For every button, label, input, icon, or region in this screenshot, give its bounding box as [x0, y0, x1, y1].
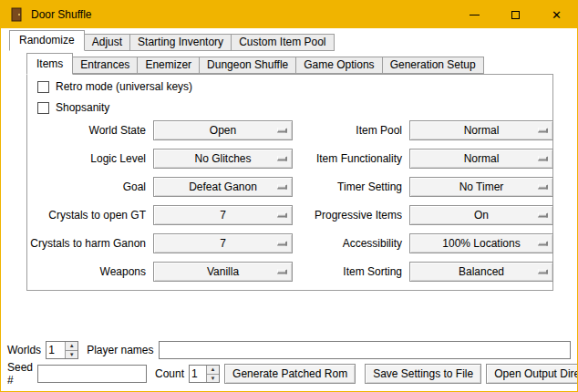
generate-patched-rom-button[interactable]: Generate Patched Rom [224, 364, 356, 384]
minimize-button[interactable] [454, 1, 495, 28]
spinner-arrows: ▲ ▼ [65, 342, 77, 358]
seed-input[interactable] [37, 365, 147, 383]
app-icon [9, 7, 24, 22]
worlds-spinner[interactable]: ▲ ▼ [46, 341, 78, 359]
minimize-icon [470, 15, 480, 15]
tab-custom-item-pool[interactable]: Custom Item Pool [231, 34, 334, 51]
timer-setting-label: Timer Setting [300, 181, 402, 193]
player-names-label: Player names [87, 344, 153, 356]
dropdown-indicator-icon [538, 157, 548, 161]
tab-randomize[interactable]: Randomize [9, 30, 85, 51]
item-sorting-dropdown[interactable]: Balanced [409, 262, 553, 282]
dropdown-indicator-icon [277, 185, 287, 190]
spin-up-icon[interactable]: ▲ [207, 366, 219, 375]
close-button[interactable]: ✕ [536, 1, 577, 28]
logic-level-value: No Glitches [194, 152, 251, 165]
goal-value: Defeat Ganon [189, 181, 257, 193]
window-title: Door Shuffle [31, 8, 92, 21]
logic-level-label: Logic Level [29, 152, 146, 165]
dropdown-indicator-icon [538, 185, 548, 190]
maximize-icon [511, 11, 520, 19]
dropdown-indicator-icon [277, 270, 287, 274]
count-input[interactable] [190, 366, 206, 382]
save-settings-button[interactable]: Save Settings to File [365, 364, 481, 384]
world-state-value: Open [210, 124, 236, 137]
worlds-input[interactable] [46, 342, 65, 358]
checkbox-icon [37, 102, 49, 114]
crystals-open-gt-value: 7 [220, 209, 226, 222]
shopsanity-label: Shopsanity [56, 101, 109, 114]
crystals-harm-ganon-value: 7 [220, 237, 226, 250]
item-pool-label: Item Pool [300, 124, 402, 137]
outer-tab-bar: Randomize Adjust Starting Inventory Cust… [9, 30, 334, 51]
dropdown-indicator-icon [277, 157, 287, 161]
weapons-dropdown[interactable]: Vanilla [153, 262, 293, 282]
goal-label: Goal [29, 181, 146, 193]
weapons-value: Vanilla [207, 265, 239, 278]
dropdown-indicator-icon [538, 270, 548, 274]
accessibility-label: Accessibility [300, 237, 402, 250]
crystals-open-gt-dropdown[interactable]: 7 [153, 205, 293, 225]
crystals-open-gt-label: Crystals to open GT [29, 209, 146, 222]
checkbox-icon [37, 81, 49, 93]
tab-enemizer[interactable]: Enemizer [137, 57, 200, 74]
window-controls: ✕ [454, 1, 577, 28]
item-functionality-dropdown[interactable]: Normal [409, 149, 553, 169]
seed-label: Seed # [7, 361, 33, 387]
timer-setting-value: No Timer [459, 181, 504, 193]
titlebar: Door Shuffle ✕ [1, 1, 577, 28]
goal-dropdown[interactable]: Defeat Ganon [153, 177, 293, 197]
item-pool-value: Normal [464, 124, 500, 137]
maximize-button[interactable] [495, 1, 536, 28]
accessibility-dropdown[interactable]: 100% Locations [409, 233, 553, 253]
progressive-items-value: On [474, 209, 489, 222]
accessibility-value: 100% Locations [442, 237, 520, 250]
item-pool-dropdown[interactable]: Normal [409, 120, 553, 140]
item-functionality-value: Normal [464, 152, 500, 165]
app-window: Door Shuffle ✕ Randomize Adjust Starting… [0, 0, 578, 392]
item-sorting-value: Balanced [459, 265, 504, 278]
crystals-harm-ganon-dropdown[interactable]: 7 [153, 233, 293, 253]
logic-level-dropdown[interactable]: No Glitches [153, 149, 293, 169]
dropdown-indicator-icon [277, 129, 287, 133]
inner-tab-bar: Items Entrances Enemizer Dungeon Shuffle… [26, 53, 483, 75]
item-sorting-label: Item Sorting [300, 265, 402, 278]
retro-mode-checkbox[interactable]: Retro mode (universal keys) [37, 79, 192, 94]
crystals-harm-ganon-label: Crystals to harm Ganon [29, 237, 146, 250]
tab-starting-inventory[interactable]: Starting Inventory [129, 34, 232, 51]
shopsanity-checkbox[interactable]: Shopsanity [37, 100, 109, 115]
worlds-row: Worlds ▲ ▼ Player names [7, 340, 571, 360]
dropdown-indicator-icon [277, 242, 287, 246]
tab-adjust[interactable]: Adjust [84, 34, 130, 51]
tab-generation-setup[interactable]: Generation Setup [382, 57, 484, 74]
tab-game-options[interactable]: Game Options [295, 57, 382, 74]
player-names-input[interactable] [159, 341, 572, 359]
count-spinner[interactable]: ▲ ▼ [189, 365, 220, 383]
world-state-dropdown[interactable]: Open [153, 120, 293, 140]
timer-setting-dropdown[interactable]: No Timer [409, 177, 553, 197]
settings-grid: World State Open Item Pool Normal Logic … [29, 120, 553, 282]
retro-mode-label: Retro mode (universal keys) [56, 80, 192, 93]
count-label: Count [155, 367, 184, 380]
worlds-label: Worlds [7, 344, 41, 356]
item-functionality-label: Item Functionality [300, 152, 402, 165]
world-state-label: World State [29, 124, 146, 137]
spin-down-icon[interactable]: ▼ [207, 375, 219, 383]
spin-down-icon[interactable]: ▼ [66, 351, 77, 359]
open-output-directory-button[interactable]: Open Output Directory [486, 364, 578, 384]
spinner-arrows: ▲ ▼ [206, 366, 219, 382]
tab-items[interactable]: Items [26, 53, 73, 75]
close-icon: ✕ [552, 9, 562, 21]
weapons-label: Weapons [29, 265, 146, 278]
progressive-items-dropdown[interactable]: On [409, 205, 553, 225]
dropdown-indicator-icon [538, 129, 548, 133]
dropdown-indicator-icon [538, 242, 548, 246]
dropdown-indicator-icon [538, 213, 548, 218]
tab-entrances[interactable]: Entrances [72, 57, 138, 74]
seed-row: Seed # Count ▲ ▼ Generate Patched Rom Sa… [7, 364, 571, 384]
spin-up-icon[interactable]: ▲ [66, 342, 77, 351]
dropdown-indicator-icon [277, 213, 287, 218]
progressive-items-label: Progressive Items [300, 209, 402, 222]
tab-dungeon-shuffle[interactable]: Dungeon Shuffle [199, 57, 296, 74]
